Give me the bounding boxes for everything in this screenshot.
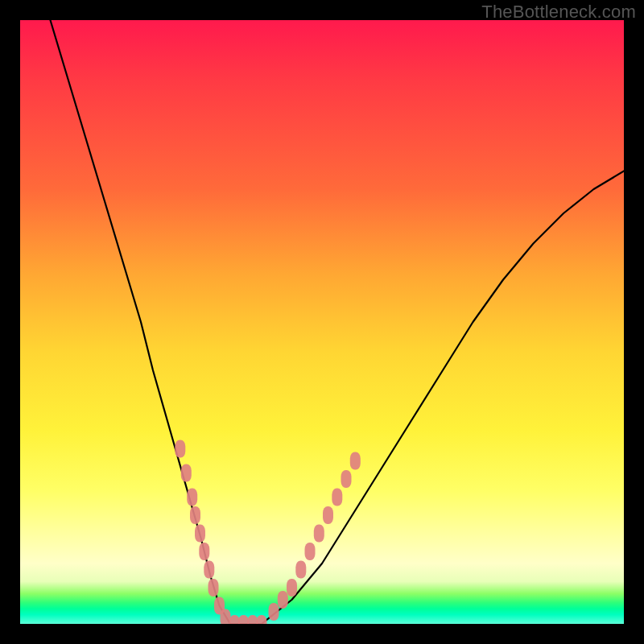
marker-point	[314, 525, 324, 543]
marker-point	[278, 591, 288, 609]
curve-line	[51, 20, 625, 624]
marker-point	[204, 561, 214, 579]
plot-area	[20, 20, 624, 624]
marker-point	[350, 452, 361, 470]
marker-point	[181, 464, 192, 482]
marker-point	[229, 615, 240, 624]
marker-point	[221, 609, 231, 625]
chart-frame: TheBottleneck.com	[0, 0, 644, 644]
bottleneck-curve-path	[51, 20, 625, 624]
marker-point	[305, 543, 316, 560]
marker-point	[175, 440, 185, 458]
marker-point	[257, 615, 267, 624]
marker-point	[341, 470, 352, 488]
marker-points	[175, 440, 360, 625]
marker-point	[287, 579, 297, 597]
marker-point	[247, 615, 258, 624]
chart-svg	[20, 20, 624, 624]
marker-point	[208, 579, 219, 597]
marker-point	[269, 603, 279, 621]
marker-point	[295, 561, 306, 579]
marker-point	[238, 615, 249, 624]
marker-point	[190, 506, 200, 524]
marker-point	[332, 489, 342, 506]
marker-point	[323, 506, 333, 524]
marker-point	[195, 525, 205, 543]
marker-point	[187, 489, 197, 506]
marker-point	[199, 543, 209, 560]
